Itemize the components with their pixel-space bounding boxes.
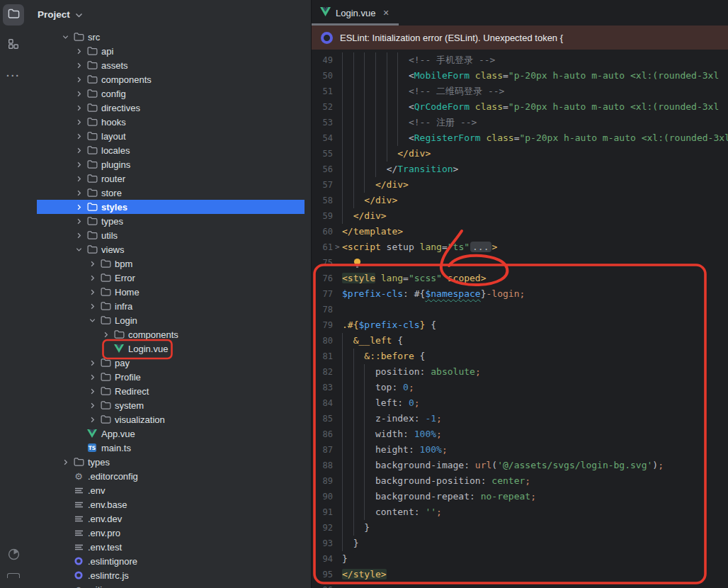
code-line-55[interactable]: 55 </div>: [312, 146, 728, 162]
code-line-59[interactable]: 59 </div>: [312, 208, 728, 224]
code-line-49[interactable]: 49 <!-- 手机登录 -->: [312, 52, 728, 68]
tree-item-bpm[interactable]: bpm: [27, 256, 311, 271]
tree-item-error[interactable]: Error: [27, 271, 311, 285]
code-line-90[interactable]: 90 background-repeat: no-repeat;: [312, 489, 728, 504]
tree-item-src[interactable]: src: [27, 30, 311, 44]
tree-item-system[interactable]: system: [27, 398, 311, 412]
chevron-right-icon[interactable]: [73, 161, 85, 169]
chevron-right-icon[interactable]: [86, 388, 98, 395]
code-line-79[interactable]: 79.#{$prefix-cls} {: [312, 317, 728, 333]
code-line-89[interactable]: 89 background-position: center;: [312, 473, 728, 489]
tree-item-hooks[interactable]: hooks: [27, 115, 311, 129]
chevron-right-icon[interactable]: [73, 175, 85, 183]
code-line-76[interactable]: 76<style lang="scss" scoped>: [312, 271, 728, 286]
chevron-down-icon[interactable]: [73, 246, 85, 254]
tree-item-visualization[interactable]: visualization: [27, 412, 311, 426]
chevron-right-icon[interactable]: [73, 104, 85, 112]
tree-item-app.vue[interactable]: App.vue: [27, 426, 311, 441]
chevron-right-icon[interactable]: [86, 359, 98, 367]
code-line-50[interactable]: 50 <MobileForm class="p-20px h-auto m-au…: [312, 68, 728, 84]
tree-item-directives[interactable]: directives: [27, 101, 311, 115]
tree-item-.env.pro[interactable]: .env.pro: [27, 526, 311, 540]
chevron-right-icon[interactable]: [86, 303, 98, 310]
code-line-92[interactable]: 92 }: [312, 520, 728, 536]
code-line-86[interactable]: 86 width: 100%;: [312, 426, 728, 442]
tree-item-api[interactable]: api: [27, 44, 311, 58]
code-line-80[interactable]: 80 &__left {: [312, 333, 728, 349]
code-line-53[interactable]: 53 <!-- 注册 -->: [312, 115, 728, 130]
more-tools-button[interactable]: ···: [3, 65, 24, 86]
tree-item-.gitignore[interactable]: ⊘.gitignore: [27, 582, 311, 588]
chevron-right-icon[interactable]: [86, 416, 98, 424]
code-line-94[interactable]: 94}: [312, 551, 728, 567]
code-line-87[interactable]: 87 height: 100%;: [312, 442, 728, 458]
tree-item-router[interactable]: router: [27, 171, 311, 186]
project-panel-header[interactable]: Project: [27, 0, 311, 28]
partial-tool-icon[interactable]: [7, 573, 20, 578]
chevron-right-icon[interactable]: [73, 203, 85, 211]
chevron-right-icon[interactable]: [86, 274, 98, 282]
tree-item-plugins[interactable]: plugins: [27, 157, 311, 171]
tree-item-home[interactable]: Home: [27, 285, 311, 299]
line-number[interactable]: 75: [312, 255, 333, 271]
tree-item-layout[interactable]: layout: [27, 129, 311, 143]
profiler-pie-button[interactable]: [3, 545, 24, 566]
chevron-right-icon[interactable]: [100, 331, 112, 339]
code-line-61[interactable]: 61><script setup lang="ts"...>: [312, 239, 728, 255]
code-line-82[interactable]: 82 position: absolute;: [312, 364, 728, 380]
chevron-right-icon[interactable]: [86, 288, 98, 296]
code-line-95[interactable]: 95</style>: [312, 567, 728, 582]
tree-item-styles[interactable]: styles: [27, 200, 311, 214]
tree-item-.env[interactable]: .env: [27, 483, 311, 497]
tree-item-main.ts[interactable]: TSmain.ts: [27, 441, 311, 455]
code-line-84[interactable]: 84 left: 0;: [312, 395, 728, 411]
chevron-right-icon[interactable]: [73, 47, 85, 55]
tree-item-.eslintignore[interactable]: .eslintignore: [27, 554, 311, 568]
code-line-83[interactable]: 83 top: 0;: [312, 380, 728, 395]
code-line-51[interactable]: 51 <!-- 二维码登录 -->: [312, 84, 728, 99]
chevron-down-icon[interactable]: [86, 317, 98, 324]
tree-item-profile[interactable]: Profile: [27, 370, 311, 384]
code-line-56[interactable]: 56 </Transition>: [312, 162, 728, 177]
code-line-78[interactable]: 78: [312, 302, 728, 317]
chevron-right-icon[interactable]: [73, 189, 85, 197]
tree-item-assets[interactable]: assets: [27, 58, 311, 72]
tree-item-utils[interactable]: utils: [27, 228, 311, 242]
code-line-96[interactable]: 96: [312, 582, 728, 588]
line-number[interactable]: 96: [312, 582, 333, 588]
tree-item-.editorconfig[interactable]: ⚙.editorconfig: [27, 469, 311, 483]
tree-item-components[interactable]: components: [27, 72, 311, 86]
code-line-81[interactable]: 81 &::before {: [312, 349, 728, 364]
code-line-85[interactable]: 85 z-index: -1;: [312, 411, 728, 426]
code-line-91[interactable]: 91 content: '';: [312, 504, 728, 520]
chevron-right-icon[interactable]: [86, 373, 98, 381]
tree-item-login.vue[interactable]: Login.vue: [27, 341, 311, 356]
project-tool-button[interactable]: [3, 4, 24, 26]
chevron-right-icon[interactable]: [86, 260, 98, 268]
tree-item-redirect[interactable]: Redirect: [27, 384, 311, 398]
structure-tool-button[interactable]: [3, 35, 24, 56]
tree-item-types[interactable]: types: [27, 214, 311, 228]
tree-item-types[interactable]: types: [27, 455, 311, 469]
tree-item-.eslintrc.js[interactable]: .eslintrc.js: [27, 568, 311, 582]
tree-item-views[interactable]: views: [27, 242, 311, 256]
tree-item-infra[interactable]: infra: [27, 299, 311, 313]
chevron-right-icon[interactable]: [73, 232, 85, 239]
tree-item-config[interactable]: config: [27, 86, 311, 101]
tree-item-.env.base[interactable]: .env.base: [27, 497, 311, 511]
code-line-75[interactable]: 75: [312, 255, 728, 271]
code-line-60[interactable]: 60</template>: [312, 224, 728, 239]
tree-item-.env.dev[interactable]: .env.dev: [27, 511, 311, 526]
tree-item-store[interactable]: store: [27, 186, 311, 200]
tab-login-vue[interactable]: Login.vue ✕: [312, 0, 399, 26]
chevron-right-icon[interactable]: [73, 76, 85, 84]
tree-item-locales[interactable]: locales: [27, 143, 311, 157]
chevron-right-icon[interactable]: [73, 217, 85, 225]
code-line-52[interactable]: 52 <QrCodeForm class="p-20px h-auto m-au…: [312, 99, 728, 115]
chevron-right-icon[interactable]: [86, 402, 98, 409]
tree-item-pay[interactable]: pay: [27, 356, 311, 370]
line-number[interactable]: 78: [312, 302, 333, 317]
code-line-77[interactable]: 77$prefix-cls: #{$namespace}-login;: [312, 286, 728, 302]
tree-item-.env.test[interactable]: .env.test: [27, 540, 311, 554]
chevron-right-icon[interactable]: [73, 118, 85, 126]
